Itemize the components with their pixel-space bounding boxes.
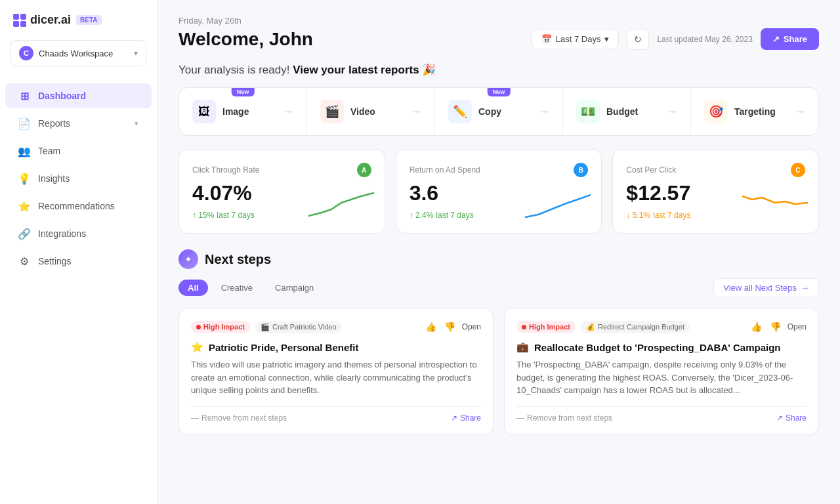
insights-icon: 💡 <box>18 173 30 184</box>
impact-badge-1: High Impact <box>191 321 250 333</box>
impact-dot <box>522 325 526 329</box>
header-controls: 📅 Last 7 Days ▾ ↻ Last updated May 26, 2… <box>532 28 819 50</box>
sidebar-item-insights[interactable]: 💡 Insights <box>5 166 152 191</box>
type-label: Craft Patriotic Video <box>272 323 337 331</box>
dashboard-icon: ⊞ <box>18 90 30 102</box>
arrow-icon: → <box>667 106 677 117</box>
share-link-2[interactable]: ↗ Share <box>776 413 807 423</box>
share-icon: ↗ <box>776 413 783 423</box>
reports-icon: 📄 <box>18 117 30 129</box>
analysis-text-bold: View your latest reports <box>293 64 419 76</box>
share-label: Share <box>784 34 807 44</box>
image-card-label: Image <box>222 106 249 117</box>
date-range-label: Last 7 Days <box>556 34 601 44</box>
remove-link-2[interactable]: — Remove from next steps <box>516 413 612 423</box>
report-card-copy[interactable]: New ✏️ Copy → <box>435 88 563 135</box>
step-title-1: ⭐ Patriotic Pride, Personal Benefit <box>191 341 481 353</box>
recommendations-icon: ⭐ <box>18 200 30 212</box>
thumbs-down-button[interactable]: 👎 <box>768 320 782 333</box>
sidebar-item-reports[interactable]: 📄 Reports ▾ <box>5 111 152 136</box>
arrow-icon: → <box>795 106 805 117</box>
report-card-image[interactable]: New 🖼 Image → <box>179 88 307 135</box>
new-badge: New <box>488 87 511 96</box>
refresh-button[interactable]: ↻ <box>627 29 649 50</box>
thumbs-up-button[interactable]: 👍 <box>424 320 438 333</box>
view-all-label: View all Next Steps <box>723 283 797 293</box>
integrations-icon: 🔗 <box>18 228 30 240</box>
filter-tabs: All Creative Campaign <box>178 280 323 296</box>
sidebar-item-label: Recommendations <box>38 201 115 211</box>
sidebar-item-integrations[interactable]: 🔗 Integrations <box>5 221 152 246</box>
sidebar-item-settings[interactable]: ⚙ Settings <box>5 249 152 274</box>
period-label: last 7 days <box>653 211 690 220</box>
workspace-name: Chaads Workspace <box>39 49 129 58</box>
sidebar-item-label: Insights <box>38 173 70 184</box>
view-all-next-steps-button[interactable]: View all Next Steps → <box>713 278 819 297</box>
beta-badge: BETA <box>76 15 101 25</box>
status-badge: Open <box>462 322 481 331</box>
analysis-text-normal: Your analysis is ready! <box>178 64 293 76</box>
thumbs-up-button[interactable]: 👍 <box>749 320 763 333</box>
logo-area: dicer.ai BETA <box>0 13 157 40</box>
remove-label: Remove from next steps <box>527 413 612 423</box>
share-label: Share <box>460 413 481 423</box>
arrow-icon: → <box>283 106 293 117</box>
filter-tab-all[interactable]: All <box>178 280 208 296</box>
report-card-video[interactable]: 🎬 Video → <box>307 88 435 135</box>
sidebar-item-label: Integrations <box>38 228 86 239</box>
sidebar-item-dashboard[interactable]: ⊞ Dashboard <box>5 83 152 108</box>
filter-tab-campaign[interactable]: Campaign <box>266 280 323 296</box>
thumbs-down-button[interactable]: 👎 <box>443 320 457 333</box>
next-steps-header: ✦ Next steps <box>178 249 819 269</box>
page-title: Welcome, John <box>178 29 313 50</box>
filter-tab-creative[interactable]: Creative <box>212 280 262 296</box>
next-step-card-1: High Impact 🎬 Craft Patriotic Video 👍 👎 … <box>178 308 494 435</box>
title-text: Reallocate Budget to 'Prospecting_DABA' … <box>534 342 781 353</box>
share-link-1[interactable]: ↗ Share <box>451 413 481 423</box>
sidebar-item-team[interactable]: 👥 Team <box>5 138 152 163</box>
metric-roas-chart <box>525 190 591 222</box>
metric-card-roas: Return on Ad Spend B 3.6 ↑ 2.4% last 7 d… <box>396 149 602 234</box>
sidebar-item-recommendations[interactable]: ⭐ Recommendations <box>5 194 152 219</box>
step-description-1: This video will use patriotic imagery an… <box>191 358 481 397</box>
sidebar-item-label: Settings <box>38 256 72 266</box>
dash-icon: — <box>516 413 524 423</box>
type-icon: 🎬 <box>261 323 270 331</box>
impact-label: High Impact <box>203 323 245 331</box>
card-top-row-1: High Impact 🎬 Craft Patriotic Video 👍 👎 … <box>191 320 481 333</box>
card-actions-2: 👍 👎 Open <box>749 320 807 333</box>
logo: dicer.ai <box>13 13 71 27</box>
team-icon: 👥 <box>18 145 30 157</box>
chevron-down-icon: ▾ <box>604 34 609 44</box>
remove-link-1[interactable]: — Remove from next steps <box>191 413 287 423</box>
next-step-cards: High Impact 🎬 Craft Patriotic Video 👍 👎 … <box>178 308 819 435</box>
date-label: Friday, May 26th <box>178 16 819 26</box>
card-footer-1: — Remove from next steps ↗ Share <box>191 406 481 423</box>
next-steps-icon: ✦ <box>178 249 198 269</box>
refresh-icon: ↻ <box>634 34 642 45</box>
metric-cpc-chart <box>742 190 808 222</box>
metric-badge-a: A <box>357 163 371 177</box>
share-label: Share <box>786 413 807 423</box>
step-description-2: The 'Prospecting_DABA' campaign, despite… <box>516 358 807 397</box>
workspace-selector[interactable]: C Chaads Workspace ▾ <box>10 40 146 66</box>
budget-card-icon: 💵 <box>576 100 600 123</box>
card-actions-1: 👍 👎 Open <box>424 320 481 333</box>
next-steps-controls: All Creative Campaign View all Next Step… <box>178 278 819 297</box>
step-title-2: 💼 Reallocate Budget to 'Prospecting_DABA… <box>516 341 807 353</box>
share-button[interactable]: ↗ Share <box>761 28 819 50</box>
report-card-targeting[interactable]: 🎯 Targeting → <box>691 88 818 135</box>
sidebar-item-label: Dashboard <box>38 91 86 101</box>
report-card-budget[interactable]: 💵 Budget → <box>563 88 691 135</box>
date-range-button[interactable]: 📅 Last 7 Days ▾ <box>532 29 620 49</box>
targeting-card-label: Targeting <box>734 106 776 117</box>
image-card-icon: 🖼 <box>192 100 216 123</box>
sidebar-item-label: Reports <box>38 118 70 129</box>
calendar-icon: 📅 <box>541 34 552 44</box>
down-icon: ↓ 5.1% <box>626 211 650 220</box>
arrow-icon: → <box>801 283 809 293</box>
welcome-row: Welcome, John 📅 Last 7 Days ▾ ↻ Last upd… <box>178 28 819 50</box>
analysis-banner: Your analysis is ready! View your latest… <box>178 63 819 77</box>
report-cards-row: New 🖼 Image → 🎬 Video → New ✏️ Copy → 💵 … <box>178 87 819 136</box>
card-top-row-2: High Impact 💰 Redirect Campaign Budget 👍… <box>516 320 807 333</box>
